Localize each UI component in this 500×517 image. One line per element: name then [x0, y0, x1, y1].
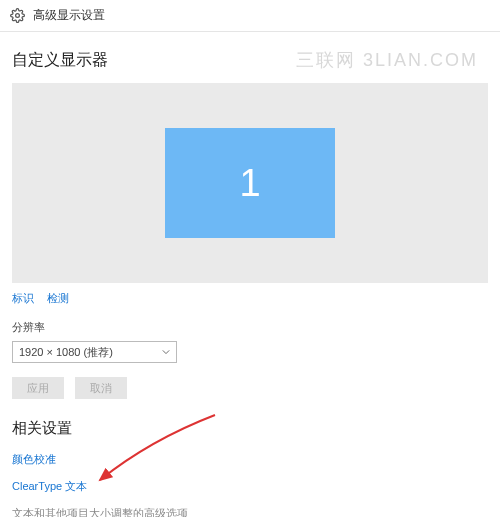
- gear-icon: [10, 8, 25, 23]
- color-calibration-link[interactable]: 颜色校准: [12, 452, 488, 467]
- resolution-value: 1920 × 1080 (推荐): [19, 345, 113, 360]
- resolution-select[interactable]: 1920 × 1080 (推荐): [12, 341, 177, 363]
- svg-point-0: [16, 14, 20, 18]
- display-preview: 1: [12, 83, 488, 283]
- apply-button[interactable]: 应用: [12, 377, 64, 399]
- chevron-down-icon: [162, 348, 170, 356]
- identify-link[interactable]: 标识: [12, 292, 34, 304]
- monitor-1[interactable]: 1: [165, 128, 335, 238]
- resolution-label: 分辨率: [12, 320, 488, 335]
- window-title: 高级显示设置: [33, 7, 105, 24]
- detect-link[interactable]: 检测: [47, 292, 69, 304]
- section-customize-title: 自定义显示器: [12, 50, 488, 71]
- cancel-button[interactable]: 取消: [75, 377, 127, 399]
- monitor-number: 1: [239, 162, 260, 205]
- title-bar: 高级显示设置: [0, 0, 500, 32]
- related-settings-title: 相关设置: [12, 419, 488, 438]
- cleartype-link[interactable]: ClearType 文本: [12, 479, 488, 494]
- text-size-advanced-link[interactable]: 文本和其他项目大小调整的高级选项: [12, 506, 488, 517]
